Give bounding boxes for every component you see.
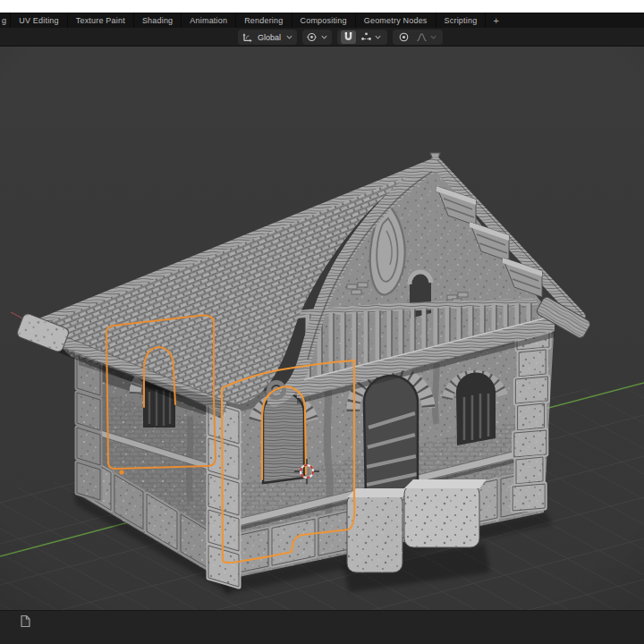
snap-target-icon (360, 31, 372, 43)
pivot-point-dropdown[interactable] (302, 30, 332, 45)
editor-type-icon[interactable] (20, 614, 31, 628)
workspace-tab-scripting[interactable]: Scripting (436, 13, 487, 28)
workspace-tab-rendering[interactable]: Rendering (236, 13, 292, 28)
chevron-down-icon (429, 33, 437, 41)
magnet-icon (343, 31, 354, 43)
blender-window: g UV Editing Texture Paint Shading Anima… (0, 0, 644, 644)
proportional-editing-toggle[interactable] (396, 30, 411, 44)
orientation-axes-icon (242, 31, 253, 43)
chevron-down-icon (374, 33, 382, 41)
3d-viewport[interactable] (0, 47, 644, 610)
workspace-tab-texture-paint[interactable]: Texture Paint (68, 13, 134, 28)
workspace-tab-partial[interactable]: g (0, 13, 11, 28)
bottom-editor-bar (0, 610, 644, 644)
viewport-vignette (0, 47, 644, 610)
viewport-header: Global (0, 28, 644, 47)
proportional-editing-icon (398, 31, 410, 43)
snap-toggle-button[interactable] (341, 30, 356, 44)
falloff-dropdown[interactable] (414, 30, 439, 44)
workspace-tabbar: g UV Editing Texture Paint Shading Anima… (0, 13, 644, 28)
add-workspace-button[interactable]: + (486, 13, 506, 28)
pivot-point-icon (306, 31, 318, 43)
transform-orientation-dropdown[interactable]: Global (238, 30, 297, 45)
chevron-down-icon (285, 33, 293, 41)
snap-target-dropdown[interactable] (359, 30, 384, 44)
chevron-down-icon (320, 33, 328, 41)
top-white-strip (0, 0, 644, 13)
workspace-tab-uv-editing[interactable]: UV Editing (11, 13, 68, 28)
snapping-controls (337, 30, 387, 45)
proportional-editing-controls (393, 30, 443, 45)
workspace-tab-geometry-nodes[interactable]: Geometry Nodes (356, 13, 436, 28)
workspace-tab-shading[interactable]: Shading (134, 13, 182, 28)
workspace-tab-animation[interactable]: Animation (182, 13, 236, 28)
falloff-curve-icon (416, 31, 428, 43)
workspace-tab-compositing[interactable]: Compositing (292, 13, 356, 28)
orientation-label: Global (256, 33, 283, 42)
